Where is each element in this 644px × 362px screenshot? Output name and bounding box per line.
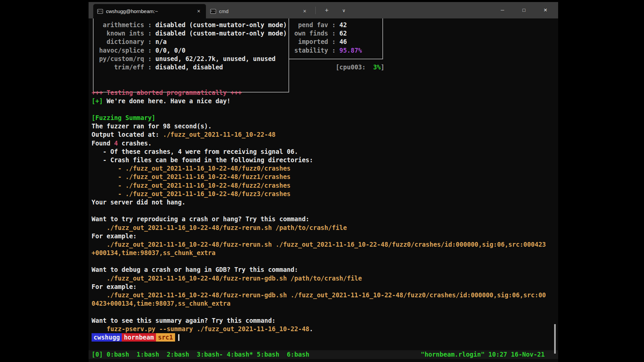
terminal-line: Want to try reproducing a crash or hang?… [92, 215, 546, 223]
tmux-session-info: "hornbeam.rlogin" 10:27 16-Nov-21 [421, 350, 545, 359]
terminal-line: arithmetics : disabled (custom-mutator-o… [92, 21, 546, 29]
terminal-line [92, 80, 546, 88]
terminal-line: havoc/splice : 0/0, 0/0 stability : 95.8… [92, 46, 546, 55]
tab-close-icon[interactable]: ✕ [195, 8, 203, 14]
titlebar: C:\ cwshugg@hornbeam:~ ✕ C:\ cmd ✕ + ∨ ─… [89, 2, 558, 18]
terminal-line: fuzz-pserv.py --summary ./fuzz_out_2021-… [92, 325, 546, 333]
maximize-button[interactable]: □ [513, 2, 535, 18]
terminal-line: py/custom/rq : unused, 62/22.7k, unused,… [92, 55, 546, 63]
minimize-button[interactable]: ─ [492, 2, 513, 18]
tab-title: cmd [219, 8, 301, 14]
tab-title: cwshugg@hornbeam:~ [106, 8, 195, 14]
terminal-line: dictionary : n/a imported : 46 [92, 38, 546, 46]
tab-dropdown-button[interactable]: ∨ [338, 5, 350, 16]
terminal-line: trim/eff : disabled, disabled [cpu003: 3… [92, 63, 546, 71]
terminal-line: ./fuzz_out_2021-11-16_10-22-48/fuzz-reru… [92, 224, 546, 232]
tab-cwshugg-hornbeam[interactable]: C:\ cwshugg@hornbeam:~ ✕ [93, 4, 206, 18]
terminal-line: [+] We're done here. Have a nice day! [92, 97, 546, 105]
terminal-line: Found 4 crashes. [92, 139, 546, 147]
terminal-line: Want to see this summary again? Try this… [92, 316, 546, 325]
tab-divider [315, 7, 316, 14]
terminal-line: ./fuzz_out_2021-11-16_10-22-48/fuzz-reru… [92, 274, 546, 283]
terminal-line: - ./fuzz_out_2021-11-16_10-22-48/fuzz2/c… [92, 181, 546, 190]
terminal-line: ./fuzz_out_2021-11-16_10-22-48/fuzz-reru… [92, 291, 546, 299]
terminal-line: - ./fuzz_out_2021-11-16_10-22-48/fuzz3/c… [92, 190, 546, 198]
terminal-line [92, 71, 546, 80]
terminal-line: - Of these crashes, 4 were from receivin… [92, 147, 546, 156]
terminal-line: Output located at: ./fuzz_out_2021-11-16… [92, 130, 546, 139]
terminal-line: [Fuzzing Summary] [92, 114, 546, 122]
terminal-line: For example: [92, 232, 546, 240]
tmux-window-list[interactable]: [0] 0:bash 1:bash 2:bash 3:bash- 4:bash*… [92, 350, 309, 359]
terminal-line: - Crash files can be found in the follow… [92, 156, 546, 164]
terminal-content[interactable]: arithmetics : disabled (custom-mutator-o… [89, 18, 558, 362]
terminal-window: C:\ cwshugg@hornbeam:~ ✕ C:\ cmd ✕ + ∨ ─… [89, 2, 558, 362]
terminal-line: Want to debug a crash or hang in GDB? Tr… [92, 265, 546, 274]
close-button[interactable]: ✕ [535, 2, 556, 18]
terminal-line: +000134,time:98037,ss_chunk_extra [92, 249, 546, 257]
scrollbar-thumb[interactable] [554, 324, 556, 354]
terminal-output: arithmetics : disabled (custom-mutator-o… [92, 21, 546, 342]
terminal-line [92, 105, 546, 114]
terminal-line [92, 308, 546, 316]
terminal-line [92, 206, 546, 215]
terminal-line: Your server did not hang. [92, 198, 546, 206]
cmd-prompt-icon: C:\ [97, 9, 103, 14]
new-tab-button[interactable]: + [321, 5, 332, 16]
tab-cmd[interactable]: C:\ cmd ✕ [206, 4, 312, 18]
terminal-line: known ints : disabled (custom-mutator-on… [92, 29, 546, 38]
terminal-line: 0423+000134,time:98037,ss_chunk_extra [92, 299, 546, 308]
terminal-line: - ./fuzz_out_2021-11-16_10-22-48/fuzz1/c… [92, 173, 546, 181]
terminal-line: cwshugghornbeamsrc1 [92, 333, 546, 342]
terminal-line: - ./fuzz_out_2021-11-16_10-22-48/fuzz0/c… [92, 164, 546, 173]
terminal-line: ./fuzz_out_2021-11-16_10-22-48/fuzz-reru… [92, 240, 546, 249]
screen: C:\ cwshugg@hornbeam:~ ✕ C:\ cmd ✕ + ∨ ─… [0, 0, 644, 362]
terminal-line [92, 257, 546, 265]
text-cursor [178, 334, 179, 341]
tmux-status-bar: [0] 0:bash 1:bash 2:bash 3:bash- 4:bash*… [89, 350, 558, 359]
tab-close-icon[interactable]: ✕ [301, 8, 309, 14]
cmd-prompt-icon: C:\ [210, 9, 216, 14]
window-controls: ─ □ ✕ [492, 2, 556, 18]
terminal-line: +++ Testing aborted programmatically +++ [92, 88, 546, 97]
terminal-line: The fuzzer ran for 98 second(s). [92, 122, 546, 130]
terminal-line: For example: [92, 283, 546, 291]
